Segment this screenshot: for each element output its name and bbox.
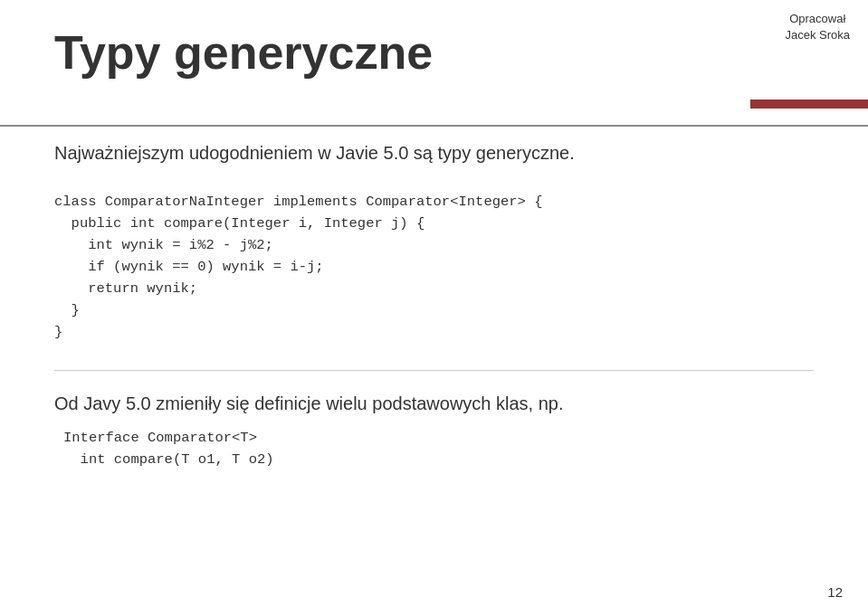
slide-container: Opracował Jacek Sroka Typy generyczne Na… bbox=[0, 0, 868, 616]
code-block-main: class ComparatorNaInteger implements Com… bbox=[54, 191, 814, 343]
title-section: Typy generyczne bbox=[54, 27, 850, 79]
content-section: Najważniejszym udogodnieniem w Javie 5.0… bbox=[54, 140, 814, 470]
intro-text: Najważniejszym udogodnieniem w Javie 5.0… bbox=[54, 140, 814, 166]
slide-title: Typy generyczne bbox=[54, 27, 850, 79]
title-divider bbox=[0, 125, 868, 127]
second-section-text: Od Javy 5.0 zmieniły się definicje wielu… bbox=[54, 391, 814, 416]
code-block-interface: Interface Comparator<T> int compare(T o1… bbox=[63, 427, 814, 470]
section-divider bbox=[54, 370, 814, 371]
credit-line1: Opracował bbox=[789, 12, 845, 25]
page-number: 12 bbox=[827, 584, 843, 600]
accent-bar bbox=[750, 100, 868, 109]
